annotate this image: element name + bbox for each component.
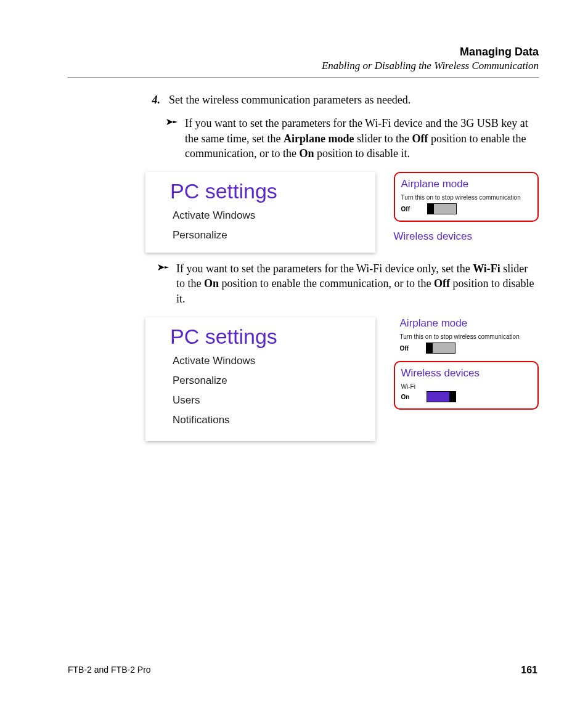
wifi-state: On — [401, 394, 410, 400]
step-number: 4. — [68, 92, 169, 107]
wireless-devices-heading: Wireless devices — [401, 367, 531, 379]
bullet-arrow-icon — [145, 116, 185, 161]
airplane-mode-callout: Airplane mode Turn this on to stop wirel… — [394, 172, 539, 222]
footer-page-number: 161 — [521, 665, 537, 676]
pc-settings-title: PC settings — [170, 325, 375, 349]
wifi-toggle[interactable] — [427, 391, 456, 402]
pc-settings-panel-2: PC settings Activate Windows Personalize… — [145, 317, 375, 441]
pc-nav-item[interactable]: Personalize — [173, 229, 375, 241]
page-header-title: Managing Data — [68, 46, 539, 59]
wireless-devices-heading: Wireless devices — [394, 230, 539, 243]
pc-settings-panel-1: PC settings Activate Windows Personalize — [145, 172, 375, 253]
footer-product: FTB-2 and FTB-2 Pro — [68, 665, 151, 676]
airplane-mode-heading: Airplane mode — [400, 317, 533, 330]
page-header-subtitle: Enabling or Disabling the Wireless Commu… — [68, 60, 539, 72]
step-text: Set the wireless communication parameter… — [169, 92, 539, 107]
pc-nav-item[interactable]: Users — [173, 394, 375, 407]
airplane-mode-desc: Turn this on to stop wireless communicat… — [401, 194, 531, 201]
wireless-devices-callout: Wireless devices Wi-Fi On — [394, 361, 539, 410]
airplane-mode-toggle[interactable] — [426, 343, 455, 354]
airplane-mode-toggle[interactable] — [427, 203, 457, 214]
pc-nav-item[interactable]: Personalize — [173, 375, 375, 387]
bullet-b-text: If you want to set the parameters for th… — [176, 261, 539, 306]
airplane-mode-block: Airplane mode Turn this on to stop wirel… — [394, 317, 539, 354]
header-rule — [68, 77, 539, 78]
bullet-arrow-icon — [137, 261, 176, 306]
pc-nav-item[interactable]: Notifications — [173, 414, 375, 426]
airplane-mode-desc: Turn this on to stop wireless communicat… — [400, 333, 533, 340]
airplane-mode-state: Off — [400, 345, 409, 352]
pc-settings-title: PC settings — [170, 179, 375, 203]
pc-nav-item[interactable]: Activate Windows — [173, 355, 375, 367]
pc-nav-item[interactable]: Activate Windows — [173, 209, 375, 222]
airplane-mode-state: Off — [401, 206, 410, 213]
wifi-label: Wi-Fi — [401, 383, 531, 390]
bullet-a-text: If you want to set the parameters for th… — [185, 116, 539, 161]
airplane-mode-heading: Airplane mode — [401, 178, 531, 190]
